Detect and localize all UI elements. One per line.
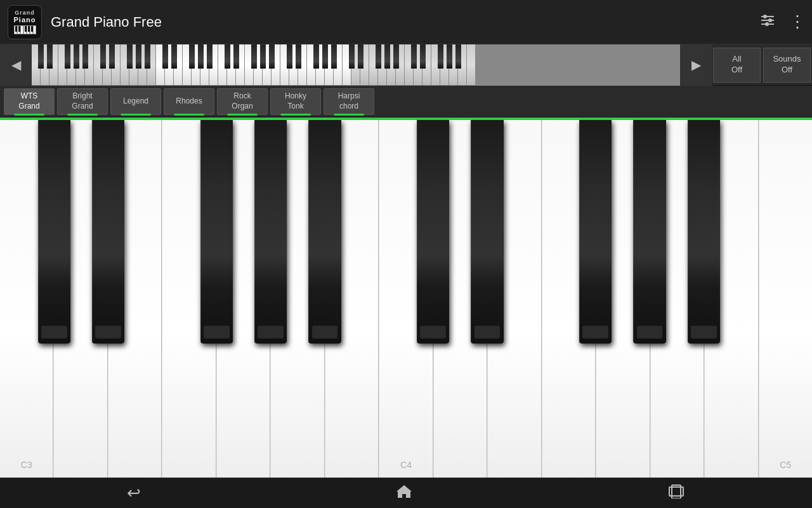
mini-black-key[interactable] <box>447 44 452 69</box>
black-key[interactable] <box>38 120 70 344</box>
svg-point-5 <box>765 22 769 26</box>
mini-white-key[interactable] <box>467 44 476 86</box>
instrument-tab-rhodes[interactable]: Rhodes <box>164 88 214 115</box>
mini-black-key[interactable] <box>198 44 204 69</box>
mini-keyboard-bar: ◀ ▶ AllOff SoundsOff <box>0 44 812 86</box>
mini-black-key[interactable] <box>322 44 328 69</box>
app-header: Grand Piano Grand Piano Free ⋮ <box>0 0 812 44</box>
black-key[interactable] <box>92 120 124 344</box>
piano-wrapper: C3C4C5 <box>0 117 812 478</box>
mini-black-key[interactable] <box>411 44 417 69</box>
mini-black-key[interactable] <box>145 44 150 69</box>
black-key[interactable] <box>633 120 665 344</box>
mini-black-key[interactable] <box>207 44 213 69</box>
svg-point-3 <box>763 15 767 18</box>
scroll-left-arrow[interactable]: ◀ <box>0 44 32 86</box>
mini-black-key[interactable] <box>260 44 266 69</box>
mini-black-key[interactable] <box>127 44 133 69</box>
black-key[interactable] <box>471 120 503 344</box>
instrument-tab-legend[interactable]: Legend <box>110 88 161 115</box>
black-key[interactable] <box>308 120 341 344</box>
mini-black-key[interactable] <box>65 44 70 69</box>
black-key[interactable] <box>688 120 720 344</box>
mini-black-key[interactable] <box>136 44 141 69</box>
mini-keyboard-render <box>32 44 680 86</box>
mini-black-key[interactable] <box>358 44 363 69</box>
mini-black-key[interactable] <box>189 44 195 69</box>
mini-black-key[interactable] <box>331 44 337 69</box>
piano-main: C3C4C5 <box>0 117 812 478</box>
all-off-button[interactable]: AllOff <box>713 48 761 83</box>
mini-black-key[interactable] <box>420 44 426 69</box>
instrument-tab-harpsichord[interactable]: Harpsichord <box>324 88 374 115</box>
instrument-tab-rock-organ[interactable]: RockOrgan <box>217 88 268 115</box>
mini-black-key[interactable] <box>109 44 115 69</box>
home-button[interactable] <box>395 484 413 503</box>
mini-black-key[interactable] <box>162 44 168 69</box>
key-label-C4: C4 <box>400 460 412 470</box>
logo-text-grand: Grand <box>15 10 35 16</box>
instrument-tabs: WTSGrandBrightGrandLegendRhodesRockOrgan… <box>0 86 812 117</box>
sounds-off-button[interactable]: SoundsOff <box>763 48 811 83</box>
mini-black-key[interactable] <box>251 44 257 69</box>
mini-black-key[interactable] <box>393 44 399 69</box>
nav-bar: ↩ <box>0 478 812 508</box>
mini-black-key[interactable] <box>313 44 319 69</box>
app-title: Grand Piano Free <box>51 14 759 30</box>
key-label-C3: C3 <box>21 460 32 470</box>
mini-black-key[interactable] <box>74 44 79 69</box>
logo-keys-decoration <box>14 25 36 34</box>
black-key[interactable] <box>254 120 287 344</box>
black-key[interactable] <box>200 120 233 344</box>
mini-black-key[interactable] <box>171 44 177 69</box>
mini-black-key[interactable] <box>287 44 292 69</box>
black-key[interactable] <box>579 120 612 344</box>
svg-marker-6 <box>396 485 412 498</box>
recents-button[interactable] <box>667 485 685 502</box>
more-icon[interactable]: ⋮ <box>789 12 804 32</box>
instrument-tab-wts-grand[interactable]: WTSGrand <box>4 88 55 115</box>
black-key[interactable] <box>417 120 449 344</box>
instrument-tab-honky-tonk[interactable]: HonkyTonk <box>270 88 321 115</box>
mini-black-key[interactable] <box>438 44 443 69</box>
mini-black-key[interactable] <box>225 44 230 69</box>
mini-black-key[interactable] <box>100 44 106 69</box>
mini-black-key[interactable] <box>82 44 88 69</box>
mini-black-key[interactable] <box>349 44 355 69</box>
mini-black-key[interactable] <box>269 44 275 69</box>
piano-top-line <box>0 117 812 120</box>
svg-point-4 <box>768 18 772 22</box>
header-icons: ⋮ <box>759 11 804 33</box>
mini-keyboard <box>32 44 680 86</box>
mini-black-key[interactable] <box>233 44 239 69</box>
app-logo: Grand Piano <box>8 5 42 39</box>
mini-black-key[interactable] <box>296 44 301 69</box>
instrument-tab-bright-grand[interactable]: BrightGrand <box>57 88 108 115</box>
mini-black-key[interactable] <box>455 44 461 69</box>
mini-black-key[interactable] <box>38 44 44 69</box>
white-key-C5[interactable]: C5 <box>759 117 812 478</box>
mixer-icon[interactable] <box>759 11 776 33</box>
mini-black-key[interactable] <box>376 44 381 69</box>
back-button[interactable]: ↩ <box>127 483 141 503</box>
mini-black-key[interactable] <box>384 44 390 69</box>
key-label-C5: C5 <box>780 460 791 470</box>
scroll-right-arrow[interactable]: ▶ <box>680 44 712 86</box>
mini-black-key[interactable] <box>47 44 53 69</box>
logo-text-piano: Piano <box>14 16 36 23</box>
